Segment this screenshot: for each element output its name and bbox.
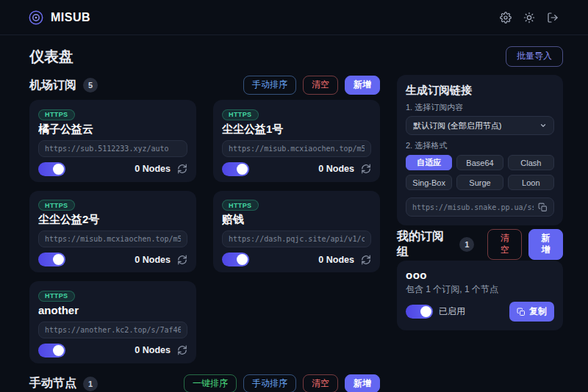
card-footer: 0 Nodes [38, 162, 187, 176]
subscription-url-input[interactable] [38, 140, 187, 157]
manual-nodes-count-badge: 1 [83, 377, 98, 391]
subscription-card: HTTPS 尘尘公益2号 0 Nodes [29, 191, 196, 273]
toggle-knob [53, 345, 64, 356]
subscription-url-input[interactable] [222, 140, 371, 157]
card-footer: 0 Nodes [222, 162, 371, 176]
protocol-badge: HTTPS [38, 200, 75, 211]
format-singbox-button[interactable]: Sing-Box [406, 175, 452, 190]
left-column: 机场订阅 5 手动排序 清空 新增 HTTPS 橘子公益云 0 Nodes [29, 75, 380, 392]
misub-logo-icon [28, 10, 44, 26]
subscription-card: HTTPS 尘尘公益1号 0 Nodes [213, 100, 380, 182]
card-footer: 0 Nodes [222, 253, 371, 266]
refresh-icon[interactable] [361, 255, 371, 265]
group-summary: 包含 1 个订阅, 1 个节点 [406, 284, 554, 294]
dashboard-page: 仪表盘 批量导入 机场订阅 5 手动排序 清空 新增 HTTPS 橘子公益云 [0, 47, 588, 392]
refresh-icon[interactable] [361, 164, 371, 174]
generated-link: https://misub.snake.pp.ua/ss [412, 203, 534, 211]
node-count: 0 Nodes [318, 255, 354, 265]
clear-groups-button[interactable]: 清空 [487, 229, 522, 259]
protocol-badge: HTTPS [222, 109, 259, 120]
group-name: ooo [406, 269, 554, 281]
subscription-name: 赔钱 [222, 214, 371, 225]
subscriptions-title: 机场订阅 [29, 78, 76, 93]
node-count: 0 Nodes [135, 164, 171, 174]
app-logo: MISUB [28, 10, 90, 26]
subscription-content-select[interactable]: 默认订阅 (全部启用节点) [406, 116, 554, 135]
page-title: 仪表盘 [29, 47, 74, 67]
refresh-icon[interactable] [177, 164, 187, 174]
groups-section-head: 我的订阅组 1 清空 新增 [397, 234, 563, 255]
toggle-knob [53, 164, 64, 175]
refresh-icon[interactable] [177, 345, 187, 355]
subscription-url-input[interactable] [222, 231, 371, 247]
format-loon-button[interactable]: Loon [508, 175, 554, 190]
node-count: 0 Nodes [318, 164, 354, 174]
top-bar-actions [500, 12, 559, 23]
generate-link-title: 生成订阅链接 [406, 84, 554, 97]
enable-toggle[interactable] [222, 253, 249, 266]
subscription-cards-grid: HTTPS 橘子公益云 0 Nodes [29, 100, 380, 363]
toggle-knob [237, 164, 248, 175]
format-clash-button[interactable]: Clash [508, 155, 554, 170]
subscription-url-input[interactable] [38, 322, 187, 338]
add-node-button[interactable]: 新增 [345, 374, 380, 392]
manual-sort-nodes-button[interactable]: 手动排序 [243, 374, 296, 392]
format-base64-button[interactable]: Base64 [456, 155, 503, 170]
card-footer: 0 Nodes [38, 253, 187, 266]
bulk-import-button[interactable]: 批量导入 [506, 46, 563, 67]
subscription-name: another [38, 305, 187, 316]
select-value: 默认订阅 (全部启用节点) [413, 120, 501, 131]
chevron-down-icon [539, 122, 547, 129]
enable-toggle[interactable] [38, 344, 65, 357]
format-adaptive-button[interactable]: 自适应 [406, 155, 452, 170]
format-surge-button[interactable]: Surge [456, 175, 503, 190]
content-columns: 机场订阅 5 手动排序 清空 新增 HTTPS 橘子公益云 0 Nodes [29, 75, 563, 392]
group-footer: 已启用 复制 [406, 302, 554, 322]
manual-sort-button[interactable]: 手动排序 [243, 76, 296, 95]
protocol-badge: HTTPS [38, 291, 75, 302]
app-title: MISUB [51, 11, 90, 24]
subscriptions-count-badge: 5 [83, 78, 98, 92]
copy-group-label: 复制 [529, 305, 547, 318]
copy-link-icon[interactable] [538, 203, 548, 212]
subscriptions-section-head: 机场订阅 5 手动排序 清空 新增 [29, 75, 380, 95]
enabled-label: 已启用 [439, 305, 465, 318]
format-grid: 自适应 Base64 Clash Sing-Box Surge Loon [406, 155, 554, 190]
node-count: 0 Nodes [135, 255, 171, 265]
step1-label: 1. 选择订阅内容 [406, 103, 554, 112]
protocol-badge: HTTPS [222, 200, 259, 211]
subscription-card: HTTPS 橘子公益云 0 Nodes [29, 100, 196, 182]
enable-toggle[interactable] [38, 162, 65, 176]
right-column: 生成订阅链接 1. 选择订阅内容 默认订阅 (全部启用节点) 2. 选择格式 自… [397, 75, 563, 330]
subscription-name: 橘子公益云 [38, 123, 187, 135]
toggle-knob [237, 254, 248, 265]
generate-link-card: 生成订阅链接 1. 选择订阅内容 默认订阅 (全部启用节点) 2. 选择格式 自… [397, 75, 563, 225]
subscription-card: HTTPS 赔钱 0 Nodes [213, 191, 380, 273]
group-enable-toggle[interactable] [406, 305, 433, 319]
theme-sun-icon[interactable] [523, 12, 535, 23]
subscription-url-input[interactable] [38, 231, 187, 247]
manual-nodes-section-head: 手动节点 1 一键排序 手动排序 清空 新增 [29, 374, 380, 392]
card-footer: 0 Nodes [38, 344, 187, 357]
group-card: ooo 包含 1 个订阅, 1 个节点 已启用 复制 [397, 261, 563, 330]
manual-nodes-title: 手动节点 [29, 376, 76, 391]
clear-nodes-button[interactable]: 清空 [303, 374, 338, 392]
subscription-card: HTTPS another 0 Nodes [29, 281, 196, 363]
clear-subscriptions-button[interactable]: 清空 [303, 76, 338, 95]
one-key-sort-button[interactable]: 一键排序 [184, 374, 237, 392]
protocol-badge: HTTPS [38, 109, 75, 120]
add-group-button[interactable]: 新增 [528, 229, 563, 259]
groups-count-badge: 1 [459, 237, 474, 252]
add-subscription-button[interactable]: 新增 [345, 76, 380, 95]
settings-icon[interactable] [500, 12, 512, 23]
toggle-knob [420, 306, 431, 317]
logout-icon[interactable] [547, 12, 559, 23]
enable-toggle[interactable] [38, 253, 65, 266]
subscription-name: 尘尘公益2号 [38, 214, 187, 225]
top-bar: MISUB [0, 0, 588, 35]
enable-toggle[interactable] [222, 162, 249, 176]
groups-title: 我的订阅组 [397, 229, 453, 260]
page-head: 仪表盘 批量导入 [29, 47, 563, 66]
refresh-icon[interactable] [177, 255, 187, 265]
copy-group-button[interactable]: 复制 [509, 302, 554, 322]
